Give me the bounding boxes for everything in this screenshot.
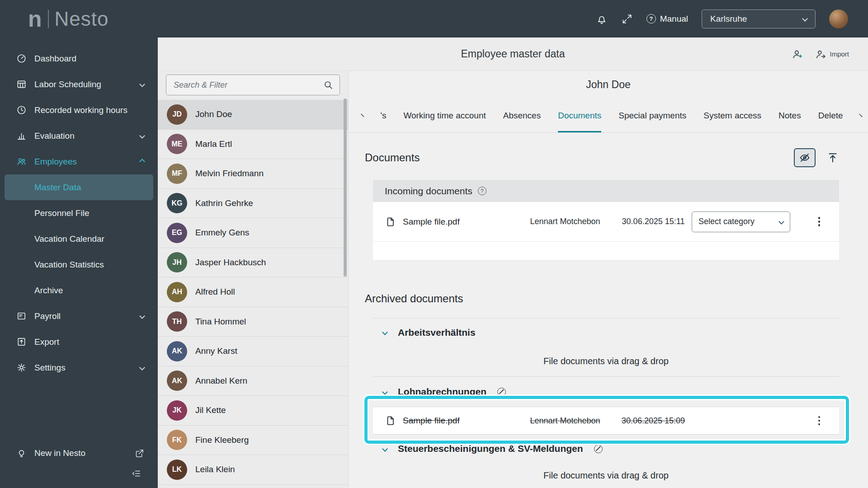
- employee-list-item[interactable]: MF Melvin Friedmann: [158, 159, 348, 189]
- sidebar-item-new-in-nesto[interactable]: New in Nesto: [0, 442, 158, 465]
- tab-documents[interactable]: Documents: [558, 99, 601, 132]
- notifications-bell-icon[interactable]: [596, 13, 608, 25]
- collapse-sidebar-icon[interactable]: [131, 468, 142, 479]
- chevron-down-icon: [802, 16, 808, 22]
- search-icon[interactable]: [323, 80, 334, 90]
- employee-list-item[interactable]: FK Fine Kleeberg: [158, 426, 348, 455]
- employee-avatar: JD: [167, 104, 187, 125]
- employee-list-item[interactable]: EG Emmely Gens: [158, 218, 348, 248]
- documents-heading-row: Documents: [365, 145, 839, 170]
- import-button[interactable]: Import: [815, 48, 849, 60]
- tabs-scroll-right-icon[interactable]: [859, 114, 863, 117]
- tab-special-payments[interactable]: Special payments: [618, 99, 686, 132]
- location-select[interactable]: Karlsruhe: [702, 9, 816, 28]
- tab-delete[interactable]: Delete: [818, 99, 843, 132]
- add-employee-button[interactable]: [792, 48, 803, 60]
- employee-name: Anny Karst: [195, 346, 237, 356]
- sidebar-footer: New in Nesto: [0, 442, 158, 488]
- tab-working-time-account[interactable]: Working time account: [403, 99, 486, 132]
- employee-name: Alfred Holl: [195, 287, 235, 297]
- fullscreen-icon[interactable]: [621, 13, 633, 25]
- documents-actions: [794, 148, 839, 167]
- employee-rows: JD John Doe ME Marla Ertl MF Melvin Frie…: [158, 100, 348, 485]
- employee-list-item[interactable]: JH Jasper Hackbusch: [158, 248, 348, 278]
- documents-tab-content: Documents: [349, 133, 868, 488]
- sidebar-item-master-data[interactable]: Master Data: [5, 174, 153, 200]
- chevron-down-icon: [139, 81, 145, 87]
- page-title: Employee master data: [461, 48, 565, 60]
- document-category-cell: Select category: [692, 211, 809, 232]
- employee-list-item[interactable]: LK Leila Klein: [158, 455, 348, 485]
- kebab-icon: [818, 416, 821, 426]
- dropzone-steuerbescheinigungen[interactable]: File documents via drag & drop: [373, 463, 839, 488]
- category-select[interactable]: Select category: [692, 211, 790, 232]
- toggle-hidden-documents-button[interactable]: [794, 148, 816, 167]
- document-uploader: Lennart Motchebon: [515, 217, 615, 226]
- sidebar-item-archive[interactable]: Archive: [0, 277, 158, 303]
- hidden-indicator-icon: [497, 388, 506, 396]
- employee-name: John Doe: [195, 109, 232, 119]
- document-filename[interactable]: Sample file.pdf: [403, 416, 460, 426]
- sidebar-item-export[interactable]: Export: [0, 329, 158, 355]
- sidebar-item-employees[interactable]: Employees: [0, 149, 158, 174]
- employee-avatar: JK: [167, 400, 187, 421]
- logo-wordmark: Nesto: [55, 8, 109, 30]
- sidebar-item-personnel-file[interactable]: Personnel File: [0, 200, 158, 226]
- user-avatar[interactable]: [829, 9, 848, 28]
- sidebar-item-payroll[interactable]: Payroll: [0, 303, 158, 329]
- sidebar-item-evaluation[interactable]: Evaluation: [0, 123, 158, 149]
- tab-notes[interactable]: Notes: [778, 99, 801, 132]
- sidebar-item-vacation-calendar[interactable]: Vacation Calendar: [0, 226, 158, 252]
- employee-list-item[interactable]: AK Annabel Kern: [158, 366, 348, 396]
- employee-avatar: AK: [167, 341, 187, 361]
- employee-list-item[interactable]: TH Tina Hommel: [158, 307, 348, 337]
- employee-avatar: EG: [167, 223, 187, 243]
- tab-system-access[interactable]: System access: [703, 99, 761, 132]
- employee-list-scrollbar[interactable]: [344, 99, 347, 277]
- search-input[interactable]: [166, 75, 340, 95]
- sidebar-item-labor-scheduling[interactable]: Labor Scheduling: [0, 71, 158, 97]
- sidebar-item-recorded-working-hours[interactable]: Recorded working hours: [0, 97, 158, 123]
- upload-document-button[interactable]: [826, 151, 839, 164]
- export-icon: [16, 337, 27, 347]
- clock-icon: [16, 105, 27, 115]
- employee-list-item[interactable]: AK Anny Karst: [158, 337, 348, 366]
- tabs-scroll-left-icon[interactable]: [361, 114, 364, 117]
- group-label: Arbeitsverhältnis: [398, 327, 476, 338]
- document-file-cell: Sample file.pdf: [385, 415, 515, 427]
- tab-absences[interactable]: Absences: [503, 99, 541, 132]
- category-select-value: Select category: [698, 217, 755, 226]
- sidebar-item-vacation-statistics[interactable]: Vacation Statistics: [0, 252, 158, 277]
- sidebar-label: New in Nesto: [34, 448, 85, 458]
- document-filename[interactable]: Sample file.pdf: [403, 217, 460, 227]
- employee-list-item[interactable]: JD John Doe: [158, 100, 348, 130]
- sidebar-sublabel: Archive: [34, 286, 63, 296]
- sidebar-item-dashboard[interactable]: Dashboard: [0, 46, 158, 71]
- sidebar-label: Payroll: [34, 311, 61, 321]
- employee-list-item[interactable]: KG Kathrin Gehrke: [158, 189, 348, 219]
- workspace: Employee master data Import: [158, 38, 868, 488]
- help-icon: ?: [646, 14, 656, 23]
- row-menu-button[interactable]: [809, 416, 829, 426]
- group-header-arbeitsverhaeltnis[interactable]: Arbeitsverhältnis: [373, 319, 839, 346]
- dropzone-arbeitsverhaeltnis[interactable]: File documents via drag & drop: [373, 346, 839, 377]
- sidebar-item-settings[interactable]: Settings: [0, 355, 158, 380]
- employee-list-item[interactable]: JK Jil Kette: [158, 396, 348, 426]
- group-label: Lohnabrechnungen: [398, 386, 486, 397]
- incoming-documents-header: Incoming documents ?: [373, 180, 839, 202]
- group-header-steuerbescheinigungen[interactable]: Steuerbescheinigungen & SV-Meldungen: [373, 435, 839, 463]
- employee-avatar: AH: [167, 282, 187, 302]
- manual-link[interactable]: ? Manual: [646, 14, 688, 24]
- content-columns: JD John Doe ME Marla Ertl MF Melvin Frie…: [158, 71, 868, 488]
- employee-list-item[interactable]: ME Marla Ertl: [158, 130, 348, 160]
- tab-clipped[interactable]: ’s: [380, 99, 386, 132]
- chevron-down-icon: [382, 446, 388, 452]
- sidebar-label: Settings: [34, 363, 66, 373]
- group-header-lohnabrechnungen[interactable]: Lohnabrechnungen: [373, 377, 839, 407]
- row-menu-button[interactable]: [809, 217, 829, 226]
- employees-icon: [16, 156, 27, 167]
- payroll-icon: [16, 311, 27, 321]
- employee-list-item[interactable]: AH Alfred Holl: [158, 277, 348, 307]
- incoming-document-row: Sample file.pdf Lennart Motchebon 30.06.…: [373, 202, 839, 242]
- help-icon[interactable]: ?: [478, 187, 486, 195]
